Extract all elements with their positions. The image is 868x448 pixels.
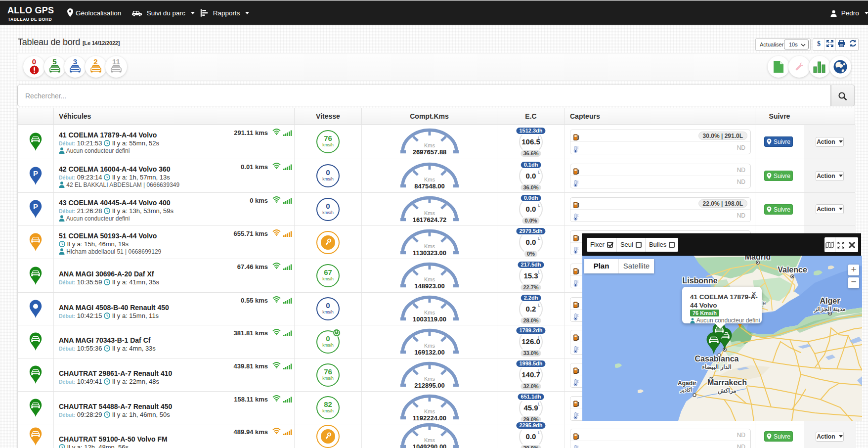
svg-text:الدار البيضاء: الدار البيضاء	[702, 363, 732, 371]
svg-text:Agadir: Agadir	[678, 380, 696, 387]
svg-text:Casablanca: Casablanca	[695, 355, 739, 363]
svg-text:مراكش: مراكش	[718, 387, 736, 395]
svg-text:Marrakech: Marrakech	[707, 378, 747, 387]
svg-text:Valence: Valence	[778, 266, 807, 274]
svg-text:P: P	[33, 169, 38, 178]
svg-text:مدينة الجزائر: مدينة الجزائر	[814, 306, 846, 313]
svg-text:Madrid: Madrid	[745, 256, 771, 261]
svg-text:Lisbonne: Lisbonne	[682, 276, 717, 285]
svg-text:$: $	[817, 40, 821, 47]
svg-text:Alger: Alger	[820, 297, 840, 305]
svg-text:أكادير: أكادير	[680, 387, 692, 393]
svg-text:P: P	[33, 202, 38, 211]
